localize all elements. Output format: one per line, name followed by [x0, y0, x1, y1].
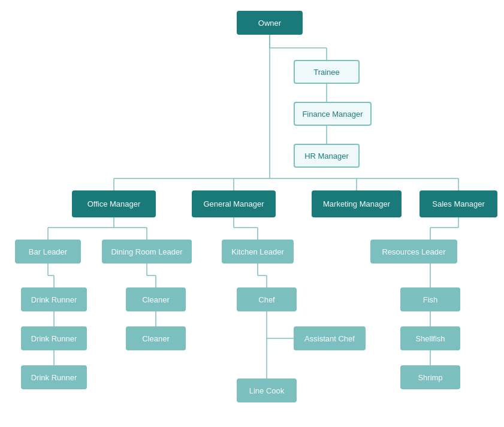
- marketing-manager-node: Marketing Manager: [312, 190, 402, 217]
- general-manager-node: General Manager: [192, 190, 276, 217]
- trainee-node: Trainee: [294, 60, 360, 84]
- drink-runner3-node: Drink Runner: [21, 365, 87, 389]
- org-chart: Owner Trainee Finance Manager HR Manager…: [0, 0, 504, 427]
- fish-node: Fish: [400, 287, 460, 311]
- assistant-chef-node: Assistant Chef: [294, 326, 366, 350]
- drink-runner2-node: Drink Runner: [21, 326, 87, 350]
- sales-manager-node: Sales Manager: [420, 190, 497, 217]
- office-manager-node: Office Manager: [72, 190, 156, 217]
- owner-node: Owner: [237, 11, 303, 35]
- resources-leader-node: Resources Leader: [370, 240, 457, 264]
- dining-room-leader-node: Dining Room Leader: [102, 240, 192, 264]
- shrimp-node: Shrimp: [400, 365, 460, 389]
- drink-runner1-node: Drink Runner: [21, 287, 87, 311]
- kitchen-leader-node: Kitchen Leader: [222, 240, 294, 264]
- cleaner2-node: Cleaner: [126, 326, 186, 350]
- cleaner1-node: Cleaner: [126, 287, 186, 311]
- hr-manager-node: HR Manager: [294, 144, 360, 168]
- chef-node: Chef: [237, 287, 297, 311]
- finance-manager-node: Finance Manager: [294, 102, 372, 126]
- line-cook-node: Line Cook: [237, 378, 297, 402]
- bar-leader-node: Bar Leader: [15, 240, 81, 264]
- shellfish-node: Shellfish: [400, 326, 460, 350]
